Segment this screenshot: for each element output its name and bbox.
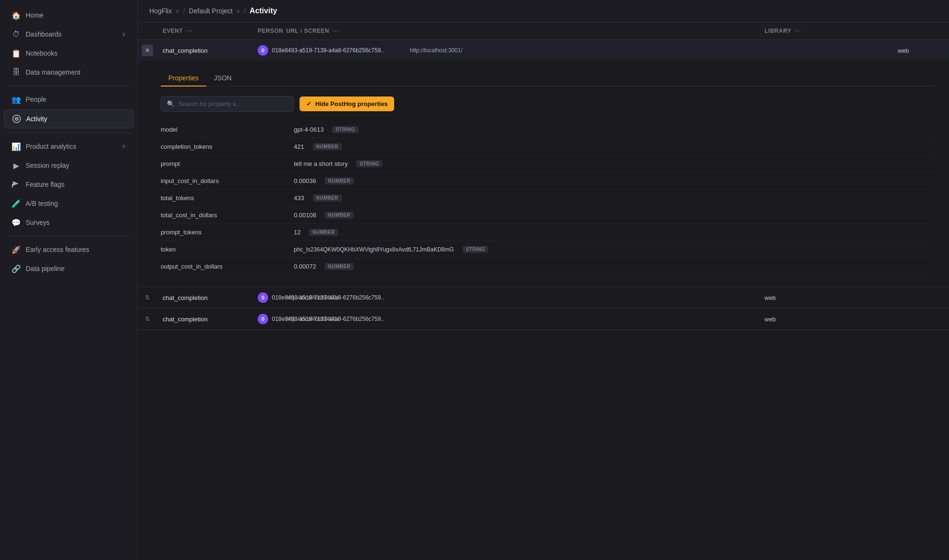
property-search-input[interactable] <box>178 100 288 107</box>
main-content: HogFlix ∨ / Default Project ∨ / Activity… <box>138 0 949 560</box>
person-avatar: 0 <box>258 45 268 56</box>
sidebar-label-data-management: Data management <box>26 68 80 76</box>
breadcrumb: HogFlix ∨ / Default Project ∨ / Activity <box>138 0 949 22</box>
plus-icon[interactable]: + <box>122 142 126 151</box>
breadcrumb-org[interactable]: HogFlix <box>149 7 172 15</box>
properties-toolbar: 🔍 ✓ Hide PostHog properties <box>161 96 934 112</box>
product-analytics-icon: 📊 <box>11 142 21 151</box>
event-row-0[interactable]: ⇅ chat_completion 0 018e8493-a519-7139-a… <box>138 287 949 309</box>
prop-value-prompt-tokens: 12 <box>294 229 300 236</box>
prop-value-output-cost: 0.00072 <box>294 263 316 270</box>
prop-row-model: model gpt-4-0613 STRING <box>161 121 934 138</box>
notebooks-icon: 📋 <box>11 48 21 58</box>
sidebar-item-surveys[interactable]: 💬 Surveys <box>4 213 134 232</box>
sidebar: 🏠 Home ⏱ Dashboards ∨ 📋 Notebooks 🗄 Data… <box>0 0 138 560</box>
early-access-icon: 🚀 <box>11 245 21 254</box>
prop-key-input-cost: input_cost_in_dollars <box>161 177 294 184</box>
sidebar-item-feature-flags[interactable]: Feature flags <box>4 175 134 193</box>
hide-posthog-properties-button[interactable]: ✓ Hide PostHog properties <box>300 97 394 111</box>
library-col-dots[interactable]: ··· <box>794 27 801 35</box>
activity-table: EVENT ··· PERSON ··· URL / SCREEN ··· LI… <box>138 22 949 560</box>
prop-type-completion-tokens: NUMBER <box>313 143 342 150</box>
sidebar-item-home[interactable]: 🏠 Home <box>4 6 134 24</box>
sidebar-label-data-pipeline: Data pipeline <box>26 265 65 272</box>
expanded-person-id: 018e8493-a519-7139-a4a8-6276b256c759.. <box>272 47 384 54</box>
prop-type-total-cost: NUMBER <box>325 212 354 219</box>
data-pipeline-icon: 🔗 <box>11 264 21 273</box>
sidebar-label-early-access: Early access features <box>26 246 89 253</box>
sidebar-item-product-analytics[interactable]: 📊 Product analytics + <box>4 137 134 155</box>
sidebar-item-session-replay[interactable]: ▶ Session replay <box>4 156 134 174</box>
person-col-dots[interactable]: ··· <box>286 27 293 35</box>
sidebar-divider-3 <box>8 236 130 236</box>
ab-testing-icon: 🧪 <box>11 199 21 208</box>
table-header: EVENT ··· PERSON ··· URL / SCREEN ··· LI… <box>138 22 949 40</box>
prop-key-total-tokens: total_tokens <box>161 194 294 202</box>
prop-key-output-cost: output_cost_in_dollars <box>161 263 294 270</box>
sidebar-label-feature-flags: Feature flags <box>26 181 65 188</box>
url-1: http://localhost:3001/ <box>281 316 759 322</box>
prop-value-total-cost: 0.00108 <box>294 212 316 219</box>
breadcrumb-current: Activity <box>250 7 277 15</box>
sidebar-label-activity: Activity <box>26 115 47 123</box>
breadcrumb-sep-1: / <box>183 7 185 15</box>
expanded-event-name: chat_completion <box>163 47 208 54</box>
search-icon: 🔍 <box>167 100 174 107</box>
sidebar-item-data-management[interactable]: 🗄 Data management <box>4 63 134 81</box>
prop-type-model: STRING <box>332 126 358 133</box>
breadcrumb-project[interactable]: Default Project <box>189 7 232 15</box>
sidebar-label-session-replay: Session replay <box>26 162 69 169</box>
prop-row-token: token phc_ls2364QKW0QKHbXWVtgh8Yugx8xAvd… <box>161 241 934 258</box>
expanded-row-main[interactable]: ✕ chat_completion 0 018e8493-a519-7139-a… <box>138 40 949 61</box>
sidebar-label-product-analytics: Product analytics <box>26 143 77 150</box>
properties-panel: Properties JSON 🔍 ✓ Hide PostHog propert… <box>138 61 949 287</box>
sidebar-label-surveys: Surveys <box>26 219 50 226</box>
prop-row-output-cost: output_cost_in_dollars 0.00072 NUMBER <box>161 258 934 275</box>
prop-row-total-cost: total_cost_in_dollars 0.00108 NUMBER <box>161 207 934 224</box>
person-avatar-0: 0 <box>258 292 268 303</box>
expand-button-1[interactable]: ⇅ <box>142 313 153 325</box>
tab-properties[interactable]: Properties <box>161 70 206 87</box>
event-col-dots[interactable]: ··· <box>186 27 193 35</box>
prop-key-model: model <box>161 126 294 133</box>
prop-type-prompt: STRING <box>356 160 382 167</box>
surveys-icon: 💬 <box>11 218 21 227</box>
properties-tabs: Properties JSON <box>161 70 934 87</box>
prop-row-prompt: prompt tell me a short story STRING <box>161 155 934 173</box>
sidebar-item-early-access[interactable]: 🚀 Early access features <box>4 241 134 259</box>
sidebar-item-data-pipeline[interactable]: 🔗 Data pipeline <box>4 260 134 278</box>
sidebar-label-people: People <box>26 96 47 103</box>
sidebar-label-dashboards: Dashboards <box>26 30 62 38</box>
prop-value-completion-tokens: 421 <box>294 143 304 150</box>
prop-key-completion-tokens: completion_tokens <box>161 143 294 150</box>
tab-json[interactable]: JSON <box>206 70 239 87</box>
event-row-1[interactable]: ⇅ chat_completion 0 018e8493-a519-7139-a… <box>138 309 949 330</box>
expanded-library: web <box>892 47 949 54</box>
event-name-1: chat_completion <box>163 316 208 323</box>
prop-type-prompt-tokens: NUMBER <box>309 229 338 236</box>
property-search-box[interactable]: 🔍 <box>161 96 294 112</box>
sidebar-item-dashboards[interactable]: ⏱ Dashboards ∨ <box>4 25 134 43</box>
sidebar-item-activity[interactable]: Activity <box>4 109 134 128</box>
col-url: URL / SCREEN ··· <box>281 27 759 35</box>
expanded-event-row: ✕ chat_completion 0 018e8493-a519-7139-a… <box>138 40 949 287</box>
sidebar-item-notebooks[interactable]: 📋 Notebooks <box>4 44 134 62</box>
person-avatar-1: 0 <box>258 314 268 324</box>
url-col-dots[interactable]: ··· <box>332 27 339 35</box>
sidebar-item-people[interactable]: 👥 People <box>4 90 134 108</box>
dashboards-icon: ⏱ <box>11 29 21 39</box>
prop-value-input-cost: 0.00036 <box>294 177 316 184</box>
expand-button-0[interactable]: ⇅ <box>142 292 153 303</box>
sidebar-item-ab-testing[interactable]: 🧪 A/B testing <box>4 194 134 212</box>
prop-key-token: token <box>161 246 294 253</box>
sidebar-divider-2 <box>8 133 130 133</box>
col-event: EVENT ··· <box>157 27 252 35</box>
people-icon: 👥 <box>11 95 21 104</box>
chevron-down-icon: ∨ <box>122 31 126 38</box>
home-icon: 🏠 <box>11 10 21 20</box>
session-replay-icon: ▶ <box>11 161 21 170</box>
collapse-button[interactable]: ✕ <box>142 45 153 56</box>
prop-key-total-cost: total_cost_in_dollars <box>161 212 294 219</box>
event-name-0: chat_completion <box>163 294 208 301</box>
svg-point-2 <box>16 118 17 119</box>
